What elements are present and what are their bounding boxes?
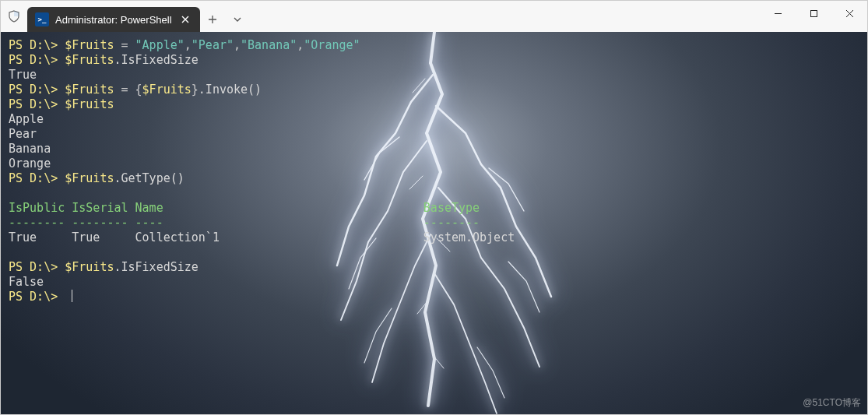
app-window: >_ Administrator: PowerShell — [0, 0, 868, 415]
terminal-output: PS D:\> $Fruits = "Apple","Pear","Banana… — [1, 32, 867, 414]
terminal-line: IsPublic IsSerial Name BaseType — [9, 201, 859, 216]
terminal-line: PS D:\> $Fruits.IsFixedSize — [9, 260, 859, 275]
terminal-line: Orange — [9, 157, 859, 171]
terminal-line: True True Collection`1 System.Object — [9, 230, 859, 245]
close-window-button[interactable] — [831, 1, 867, 26]
terminal-line: Apple — [9, 112, 859, 127]
title-bar: >_ Administrator: PowerShell — [1, 1, 867, 32]
close-tab-button[interactable] — [178, 12, 192, 26]
terminal-line: Pear — [9, 127, 859, 142]
window-controls — [760, 1, 867, 32]
maximize-button[interactable] — [796, 1, 831, 26]
new-tab-button[interactable] — [200, 7, 225, 32]
svg-rect-0 — [810, 10, 817, 16]
tab-title: Administrator: PowerShell — [55, 14, 172, 26]
terminal-line: Banana — [9, 142, 859, 157]
terminal-line: True — [9, 68, 859, 83]
cursor — [72, 290, 72, 302]
terminal-line: PS D:\> $Fruits.GetType() — [9, 171, 859, 186]
minimize-button[interactable] — [760, 1, 796, 26]
terminal-line: False — [9, 275, 859, 290]
terminal-line: PS D:\> $Fruits = "Apple","Pear","Banana… — [9, 38, 859, 53]
terminal-line — [9, 186, 859, 201]
watermark-text: @51CTO博客 — [803, 396, 861, 410]
terminal-line: PS D:\> — [9, 290, 859, 304]
powershell-icon: >_ — [35, 12, 49, 26]
terminal-line: PS D:\> $Fruits — [9, 97, 859, 112]
uac-shield-icon — [1, 1, 27, 32]
active-tab[interactable]: >_ Administrator: PowerShell — [27, 7, 200, 32]
tab-dropdown-button[interactable] — [225, 7, 250, 32]
terminal-line: -------- -------- ---- -------- — [9, 216, 859, 230]
terminal-line: PS D:\> $Fruits = {$Fruits}.Invoke() — [9, 83, 859, 97]
terminal-line: PS D:\> $Fruits.IsFixedSize — [9, 53, 859, 68]
terminal-pane[interactable]: PS D:\> $Fruits = "Apple","Pear","Banana… — [1, 32, 867, 414]
terminal-line — [9, 245, 859, 260]
